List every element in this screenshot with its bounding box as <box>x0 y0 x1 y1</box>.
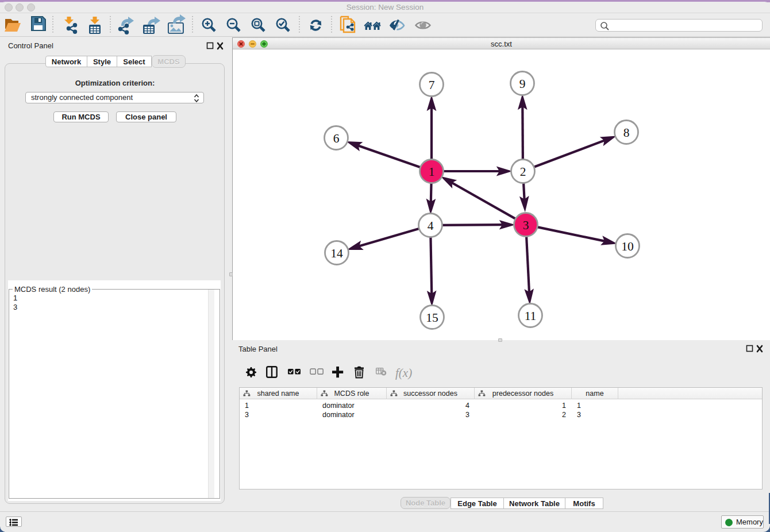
svg-text:f(x): f(x) <box>395 366 412 380</box>
